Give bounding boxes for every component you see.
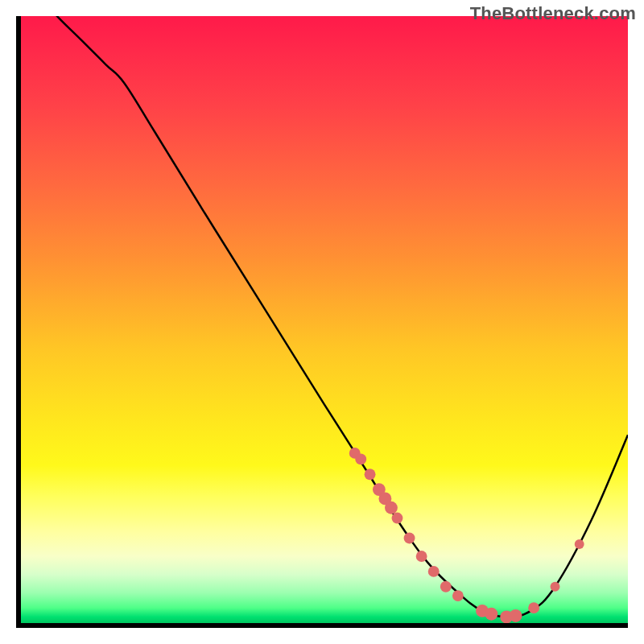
data-marker	[452, 590, 464, 601]
data-marker	[528, 602, 539, 613]
data-marker	[440, 581, 452, 592]
watermark-text: TheBottleneck.com	[470, 3, 636, 24]
data-marker	[485, 608, 497, 621]
data-marker	[392, 513, 403, 524]
data-marker	[575, 539, 584, 549]
data-marker	[428, 566, 440, 577]
chart-svg	[21, 16, 628, 623]
chart-root: TheBottleneck.com	[0, 0, 644, 644]
data-marker	[510, 609, 522, 622]
data-marker	[385, 502, 398, 514]
plot-area	[16, 16, 628, 628]
data-marker	[404, 532, 415, 543]
data-marker	[365, 469, 376, 480]
bottleneck-curve	[21, 16, 628, 617]
data-marker	[416, 551, 427, 562]
data-marker	[551, 582, 560, 592]
data-marker	[355, 453, 366, 464]
